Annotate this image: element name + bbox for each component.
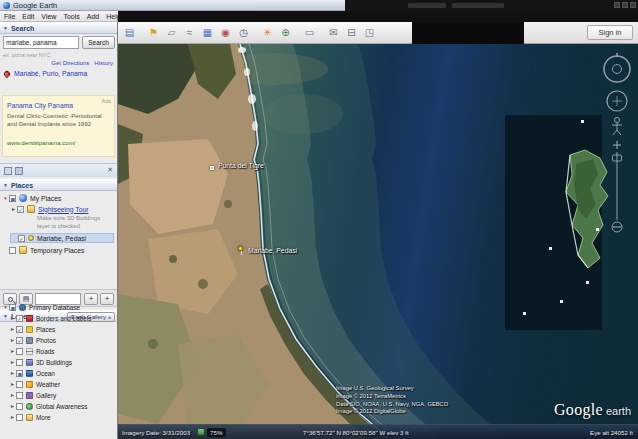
print-icon[interactable]: ⊟ [343,24,360,41]
ad-url-link[interactable]: www.dentistpanama.com/ [7,140,75,146]
menu-help[interactable]: Help [106,13,120,20]
camera-icon [26,337,33,344]
map-viewport[interactable]: Punta del Tigre Mariabe, Pedasi Image U.… [118,44,638,439]
borders-checkbox[interactable]: ✓ [16,315,23,322]
expander-icon[interactable]: ► [9,337,16,343]
save-result-icon[interactable] [15,167,23,175]
mariabe-map-label[interactable]: Mariabe, Pedasi [248,247,297,254]
roads-checkbox[interactable] [16,348,23,355]
buildings-checkbox[interactable] [16,359,23,366]
search-panel-header[interactable]: ▼ Search [0,22,117,34]
tree-item-sightseeing-tour[interactable]: ► ✓ Sightseeing Tour [10,204,89,214]
expander-icon[interactable]: ► [9,348,16,354]
more-checkbox[interactable] [16,414,23,421]
menu-add[interactable]: Add [87,13,99,20]
streaming-icon [198,429,204,435]
expander-icon[interactable]: ► [9,359,16,365]
sign-in-button[interactable]: Sign in [587,25,633,40]
expander-icon[interactable]: ► [9,315,16,321]
places-layer-icon [26,326,33,333]
layer-global-awareness[interactable]: ► Global Awareness [9,401,87,411]
history-link[interactable]: History [94,60,113,66]
photos-checkbox[interactable]: ✓ [16,337,23,344]
layer-photos[interactable]: ► ✓ Photos [9,335,56,345]
layer-places[interactable]: ► ✓ Places [9,324,55,334]
places-layer-checkbox[interactable]: ✓ [16,326,23,333]
sunlight-icon[interactable]: ☀ [259,24,276,41]
add-placemark-icon[interactable]: ⚑ [145,24,162,41]
plus-icon: + [105,295,110,303]
expander-icon[interactable]: ► [9,403,16,409]
layer-more[interactable]: ► More [9,412,51,422]
tree-item-temporary-places[interactable]: Temporary Places [2,245,84,255]
planets-icon[interactable]: ⊕ [277,24,294,41]
punta-del-tigre-label[interactable]: Punta del Tigre [218,162,264,169]
layer-roads[interactable]: ► Roads [9,346,54,356]
menu-file[interactable]: File [4,13,15,20]
search-result-row[interactable]: Mariabé, Purio, Panama [4,70,87,77]
primary-database-checkbox[interactable]: ◼ [9,304,16,311]
streaming-percent: 75% [207,428,225,437]
add-polygon-icon[interactable]: ▱ [163,24,180,41]
historical-imagery-icon[interactable]: ◷ [235,24,252,41]
expander-icon[interactable]: ► [9,370,16,376]
add-content-button[interactable]: + [84,293,98,305]
layer-weather[interactable]: ► Weather [9,379,60,389]
maximize-button[interactable] [622,2,628,8]
add-folder-button[interactable]: + [100,293,114,305]
my-places-checkbox[interactable]: ◼ [9,195,16,202]
menu-tools[interactable]: Tools [63,13,79,20]
gallery-checkbox[interactable] [16,392,23,399]
ruler-icon[interactable]: ▭ [301,24,318,41]
tree-item-my-places[interactable]: ▾ ◼ My Places [2,193,61,203]
expander-icon[interactable]: ► [9,326,16,332]
clear-results-icon[interactable]: ✕ [107,166,113,174]
title-bar-left[interactable]: Google Earth [0,0,345,11]
view-in-maps-icon[interactable]: ◳ [361,24,378,41]
expander-icon[interactable]: ► [9,392,16,398]
record-tour-icon[interactable]: ◉ [217,24,234,41]
menu-edit[interactable]: Edit [22,13,34,20]
weather-checkbox[interactable] [16,381,23,388]
collapse-arrow-icon: ▼ [3,182,8,188]
add-path-icon[interactable]: ≈ [181,24,198,41]
layer-3d-buildings[interactable]: ► 3D Buildings [9,357,72,367]
layer-gallery[interactable]: ► Gallery [9,390,56,400]
layer-primary-database[interactable]: ▾ ◼ Primary Database [2,302,80,312]
star-icon [26,392,33,399]
add-image-overlay-icon[interactable]: ▦ [199,24,216,41]
expander-icon[interactable]: ▾ [2,195,9,201]
background-window-text [408,3,446,8]
ad-title-link[interactable]: Panama City Panama [7,102,73,109]
expander-icon[interactable]: ► [9,414,16,420]
sidebar-toggle-icon[interactable]: ▤ [121,24,138,41]
temporary-checkbox[interactable] [9,247,16,254]
ocean-checkbox[interactable]: ◼ [16,370,23,377]
minimize-button[interactable] [614,2,620,8]
magnifier-icon [8,297,13,302]
get-directions-link[interactable]: Get Directions [51,60,89,66]
globe-icon [19,304,26,311]
awareness-checkbox[interactable] [16,403,23,410]
sightseeing-checkbox[interactable]: ✓ [17,206,24,213]
layer-borders-labels[interactable]: ► ✓ Borders and Labels [9,313,91,323]
menu-view[interactable]: View [41,13,56,20]
punta-del-tigre-marker[interactable] [210,166,214,170]
places-panel-header[interactable]: ▼ Places [0,179,117,191]
copy-result-icon[interactable] [4,167,12,175]
search-button[interactable]: Search [82,36,115,49]
top-row: ▤ ⚑ ▱ ≈ ▦ ◉ ◷ ☀ ⊕ ▭ ✉ ⊟ ◳ Sign in [118,22,638,44]
expander-icon[interactable]: ► [10,206,17,212]
tour-note-line1: Make sure 3D Buildings [37,215,100,221]
expander-icon[interactable]: ▾ [2,304,9,310]
mariabe-map-pin[interactable] [238,246,243,251]
search-input[interactable] [3,36,79,49]
globe-green-icon [26,403,33,410]
email-icon[interactable]: ✉ [325,24,342,41]
expander-icon[interactable]: ► [9,381,16,387]
tree-item-mariabe[interactable]: ✓ Mariabe, Pedasi [10,233,114,243]
layer-ocean[interactable]: ► ◼ Ocean [9,368,55,378]
imagery-attribution: Image U.S. Geological Survey Image © 201… [336,385,448,416]
mariabe-checkbox[interactable]: ✓ [18,235,25,242]
close-button[interactable] [630,2,636,8]
